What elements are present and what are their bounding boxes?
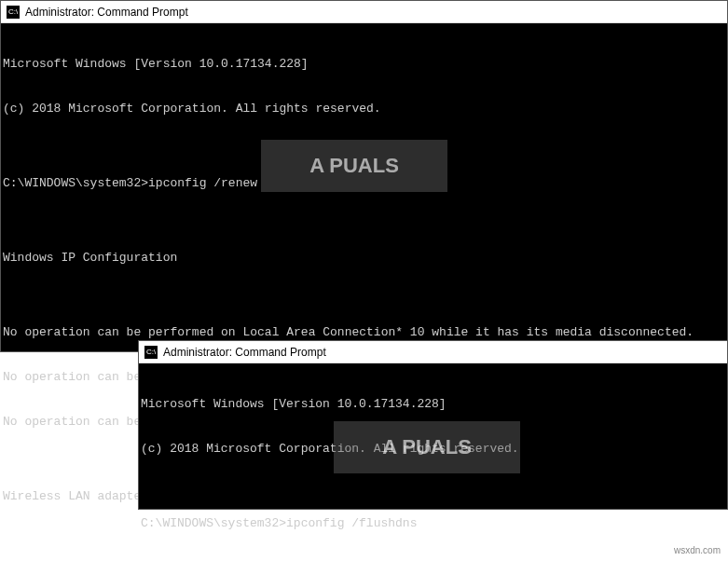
console-line: Windows IP Configuration xyxy=(3,251,725,266)
command-prompt-window-1: C:\ Administrator: Command Prompt Micros… xyxy=(0,0,728,352)
console-line: C:\WINDOWS\system32>ipconfig /renew xyxy=(3,176,725,191)
console-line: C:\WINDOWS\system32>ipconfig /flushdns xyxy=(141,516,725,531)
window-title-2: Administrator: Command Prompt xyxy=(163,346,326,359)
cmd-icon: C:\ xyxy=(7,6,20,19)
window-title-1: Administrator: Command Prompt xyxy=(25,6,188,19)
console-line: (c) 2018 Microsoft Corporation. All righ… xyxy=(3,102,725,116)
cmd-icon: C:\ xyxy=(144,346,158,359)
console-line: No operation can be performed on Local A… xyxy=(3,325,725,340)
console-output-2[interactable]: Microsoft Windows [Version 10.0.17134.22… xyxy=(139,363,727,561)
console-line: Microsoft Windows [Version 10.0.17134.22… xyxy=(3,57,725,72)
source-tag: wsxdn.com xyxy=(674,545,721,555)
console-line: (c) 2018 Microsoft Corporation. All righ… xyxy=(141,442,725,457)
console-line: Microsoft Windows [Version 10.0.17134.22… xyxy=(141,397,725,412)
titlebar-2[interactable]: C:\ Administrator: Command Prompt xyxy=(139,341,727,363)
titlebar-1[interactable]: C:\ Administrator: Command Prompt xyxy=(1,1,727,23)
command-prompt-window-2: C:\ Administrator: Command Prompt Micros… xyxy=(138,340,728,510)
